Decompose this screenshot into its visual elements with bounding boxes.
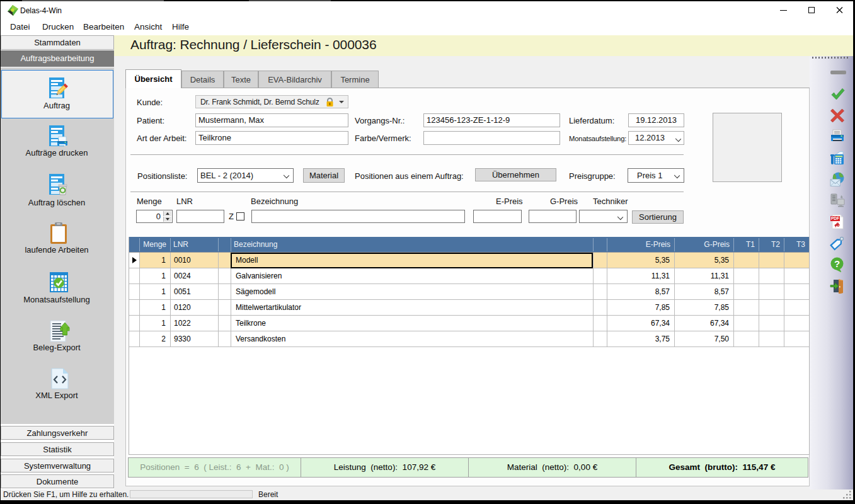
svg-text:?: ? (834, 258, 840, 269)
svg-text:PDF: PDF (831, 216, 839, 220)
